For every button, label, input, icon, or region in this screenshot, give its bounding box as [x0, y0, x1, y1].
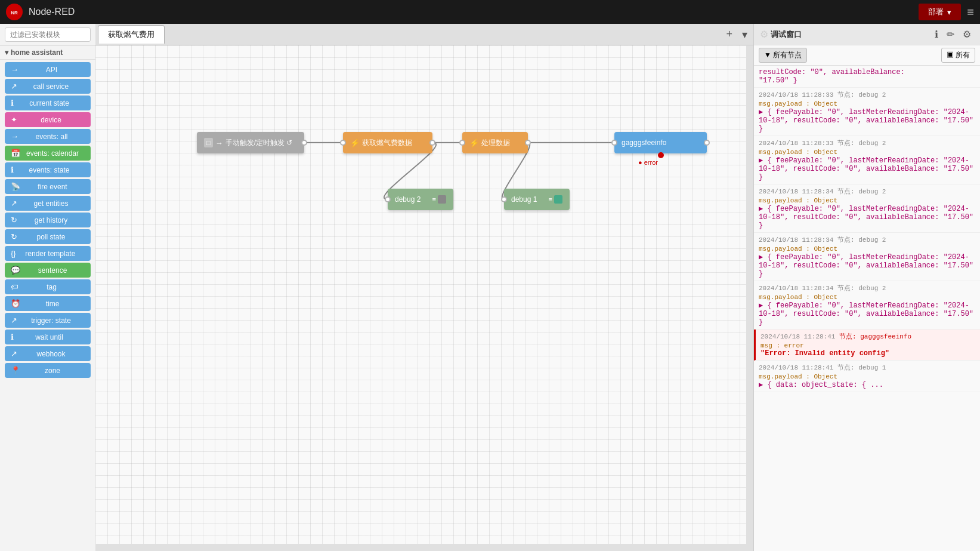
deploy-dropdown-arrow: ▾ — [947, 8, 951, 17]
port-left-process[interactable] — [459, 140, 465, 146]
msg-timestamp: 2024/10/18 11:28:33 节点: debug 2 — [759, 90, 975, 99]
debug-status-btn[interactable] — [554, 195, 562, 204]
fetch-icon: ⚡ — [350, 138, 360, 147]
port-right-gagggs[interactable] — [704, 140, 710, 146]
msg-type: msg.payload : Object — [759, 100, 975, 107]
category-label: home assistant — [11, 48, 63, 57]
sidebar-node-tag[interactable]: 🏷tag — [5, 279, 91, 294]
debug-header: ⚙ 调试窗口 ℹ ✏ ⚙ — [754, 24, 980, 45]
deploy-button[interactable]: 部署 ▾ — [919, 4, 961, 20]
debug-msg-m3: 2024/10/18 11:28:34 节点: debug 2 msg.payl… — [754, 184, 980, 233]
msg-content: ▶ { feePayable: "0", lastMeterReadingDat… — [759, 253, 975, 278]
debug-messages-list: resultCode: "0", availableBalance:"17.50… — [754, 66, 980, 551]
sidebar-node-render-template[interactable]: {}render template — [5, 246, 91, 261]
search-input[interactable] — [5, 27, 91, 42]
port-left-fetch[interactable] — [340, 140, 346, 146]
msg-type: msg.payload : Object — [759, 197, 975, 204]
hamburger-icon: ≡ — [967, 5, 974, 19]
sidebar-node-api[interactable]: →API — [5, 62, 91, 77]
canvas-node-debug2[interactable]: debug 2 ≡ — [388, 189, 453, 210]
node-icon: → — [11, 132, 18, 141]
sidebar-node-trigger-state[interactable]: ↗trigger: state — [5, 313, 91, 328]
tab-actions: + ▾ — [722, 27, 751, 42]
debug-filter-bar: ▼ 所有节点 ▣ 所有 — [754, 45, 980, 66]
sidebar-node-call-service[interactable]: ↗call service — [5, 79, 91, 94]
topbar: NR Node-RED 部署 ▾ ≡ — [0, 0, 980, 24]
sidebar-category[interactable]: ▾ home assistant — [0, 46, 95, 60]
canvas-node-gagggs[interactable]: gagggsfeeinfo — [614, 132, 707, 153]
sidebar-node-get-history[interactable]: ↻get history — [5, 213, 91, 227]
debug-msg-m4: 2024/10/18 11:28:34 节点: debug 2 msg.payl… — [754, 233, 980, 281]
msg-type: msg : error — [760, 342, 975, 349]
port-right-inject[interactable] — [301, 140, 307, 146]
app-logo: NR — [6, 4, 23, 20]
inject-label: 手动触发/定时触发 ↺ — [225, 138, 293, 148]
sidebar-node-device[interactable]: ✦device — [5, 112, 91, 127]
node-icon: 📡 — [11, 182, 20, 191]
sidebar-node-events-calendar[interactable]: 📅events: calendar — [5, 146, 91, 161]
clear-label: ▣ 所有 — [947, 51, 970, 59]
inject-left-btn[interactable]: □ — [204, 138, 213, 147]
debug2-label: debug 2 — [395, 195, 432, 204]
canvas-node-fetch[interactable]: ⚡ 获取燃气费数据 — [343, 132, 432, 153]
sidebar-node-fire-event[interactable]: 📡fire event — [5, 179, 91, 194]
debug-edit-button[interactable]: ✏ — [944, 27, 957, 41]
canvas-node-process[interactable]: ⚡ 处理数据 — [462, 132, 528, 153]
port-right-fetch[interactable] — [429, 140, 435, 146]
debug-msg-m7: 2024/10/18 11:28:41 节点: debug 1 msg.payl… — [754, 361, 980, 392]
canvas-node-debug1[interactable]: debug 1 ≡ — [504, 189, 570, 210]
canvas-scrollbar-horizontal[interactable] — [95, 544, 746, 551]
sidebar-node-current-state[interactable]: ℹcurrent state — [5, 96, 91, 110]
node-icon: ↻ — [11, 232, 17, 241]
canvas-node-inject[interactable]: □ → 手动触发/定时触发 ↺ — [197, 132, 304, 153]
msg-type: msg.payload : Object — [759, 245, 975, 253]
clear-messages-button[interactable]: ▣ 所有 — [941, 48, 975, 63]
filter-nodes-button[interactable]: ▼ 所有节点 — [759, 48, 807, 63]
sidebar-node-zone[interactable]: 📍zone — [5, 363, 91, 378]
sidebar-node-poll-state[interactable]: ↻poll state — [5, 229, 91, 244]
node-icon: ↗ — [11, 82, 17, 91]
sidebar-node-events-state[interactable]: ℹevents: state — [5, 162, 91, 177]
msg-timestamp: 2024/10/18 11:28:41 节点: debug 1 — [759, 363, 975, 372]
canvas-scrollbar-vertical[interactable] — [746, 45, 753, 551]
flow-canvas[interactable]: □ → 手动触发/定时触发 ↺ ⚡ 获取燃气费数据 ⚡ 处理数据 gagggsf… — [95, 45, 753, 551]
port-left-debug2[interactable] — [385, 196, 391, 202]
debug-msg-first-partial: resultCode: "0", availableBalance:"17.50… — [754, 66, 980, 88]
debug-list-icon: ≡ — [549, 196, 552, 203]
sidebar-node-sentence[interactable]: 💬sentence — [5, 263, 91, 278]
msg-type: msg.payload : Object — [759, 373, 975, 380]
tab-menu-button[interactable]: ▾ — [738, 27, 751, 42]
debug-msg-m5: 2024/10/18 11:28:34 节点: debug 2 msg.payl… — [754, 281, 980, 330]
canvas-area: 获取燃气费用 + ▾ □ → 手动触发/定时触发 ↺ ⚡ 获取燃气 — [95, 24, 753, 551]
debug-panel: ⚙ 调试窗口 ℹ ✏ ⚙ ▼ 所有节点 ▣ 所有 resultCode: "0"… — [753, 24, 980, 551]
debug-info-button[interactable]: ℹ — [932, 27, 941, 41]
tab-gas[interactable]: 获取燃气费用 — [98, 25, 165, 44]
sidebar-node-time[interactable]: ⏰time — [5, 296, 91, 311]
gagggs-label: gagggsfeeinfo — [622, 138, 700, 147]
tab-bar: 获取燃气费用 + ▾ — [95, 24, 753, 45]
msg-type: msg.payload : Object — [759, 149, 975, 156]
node-icon: 💬 — [11, 266, 20, 275]
sidebar-node-wait-until[interactable]: ℹwait until — [5, 330, 91, 344]
port-left-gagggs[interactable] — [611, 140, 617, 146]
menu-button[interactable]: ≡ — [967, 5, 974, 19]
sidebar-node-events-all[interactable]: →events: all — [5, 129, 91, 144]
sidebar-node-get-entities[interactable]: ↗get entities — [5, 196, 91, 211]
msg-content: ▶ { feePayable: "0", lastMeterReadingDat… — [759, 301, 975, 327]
error-label: ● error — [638, 159, 658, 166]
debug-status-btn[interactable] — [438, 195, 446, 204]
add-tab-button[interactable]: + — [722, 27, 736, 42]
node-icon: ✦ — [11, 115, 17, 124]
debug-settings-button[interactable]: ⚙ — [960, 27, 974, 41]
port-right-process[interactable] — [525, 140, 531, 146]
wires-svg — [95, 45, 753, 551]
debug1-label: debug 1 — [511, 195, 549, 204]
port-left-debug1[interactable] — [501, 196, 507, 202]
node-icon: 📍 — [11, 366, 20, 375]
debug-msg-m1: 2024/10/18 11:28:33 节点: debug 2 msg.payl… — [754, 88, 980, 136]
msg-timestamp: 2024/10/18 11:28:33 节点: debug 2 — [759, 138, 975, 147]
sidebar-node-webhook[interactable]: ↗webhook — [5, 346, 91, 361]
app-title: Node-RED — [29, 7, 75, 17]
filter-label: ▼ 所有节点 — [764, 50, 802, 60]
inject-arrow: → — [215, 138, 223, 147]
